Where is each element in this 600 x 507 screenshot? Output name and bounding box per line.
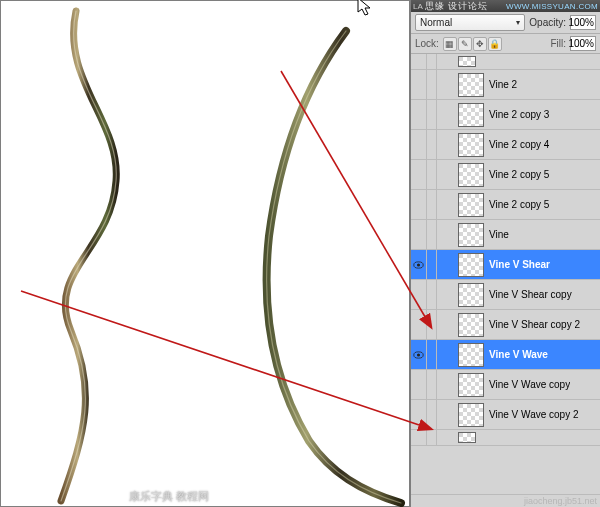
layer-row[interactable]: Vine 2 copy 5 — [411, 190, 600, 220]
visibility-toggle[interactable] — [411, 340, 427, 369]
watermark: WWW.MISSYUAN.COM — [506, 2, 598, 11]
svg-point-5 — [417, 353, 420, 356]
link-column — [427, 220, 437, 249]
blend-mode-value: Normal — [420, 17, 452, 28]
layer-row[interactable]: Vine 2 — [411, 70, 600, 100]
chevron-down-icon: ▾ — [516, 18, 520, 27]
link-column — [427, 70, 437, 99]
visibility-toggle[interactable] — [411, 220, 427, 249]
layer-row[interactable]: Vine V Shear — [411, 250, 600, 280]
fill-label: Fill: — [550, 38, 566, 49]
layer-thumbnail[interactable] — [458, 223, 484, 247]
layer-name-label[interactable]: Vine 2 copy 5 — [489, 169, 549, 180]
link-column — [427, 100, 437, 129]
link-column — [427, 370, 437, 399]
visibility-toggle[interactable] — [411, 370, 427, 399]
layer-name-label[interactable]: Vine V Shear copy 2 — [489, 319, 580, 330]
link-column — [427, 54, 437, 69]
lock-label: Lock: — [415, 38, 439, 49]
layer-row[interactable]: Vine V Shear copy 2 — [411, 310, 600, 340]
blend-mode-select[interactable]: Normal ▾ — [415, 14, 525, 31]
layer-row[interactable] — [411, 430, 600, 446]
layer-name-label[interactable]: Vine 2 — [489, 79, 517, 90]
layer-name-label[interactable]: Vine 2 copy 3 — [489, 109, 549, 120]
link-column — [427, 340, 437, 369]
opacity-input[interactable]: 100% — [570, 15, 596, 30]
fill-input[interactable]: 100% — [570, 36, 596, 51]
layer-row[interactable]: Vine 2 copy 3 — [411, 100, 600, 130]
canvas-art — [1, 1, 411, 507]
lock-all-icon[interactable]: 🔒 — [488, 37, 502, 51]
visibility-toggle[interactable] — [411, 190, 427, 219]
layer-thumbnail[interactable] — [458, 313, 484, 337]
visibility-toggle[interactable] — [411, 400, 427, 429]
link-column — [427, 190, 437, 219]
layer-name-label[interactable]: Vine V Wave — [489, 349, 548, 360]
visibility-toggle[interactable] — [411, 310, 427, 339]
lock-transparency-icon[interactable]: ▦ — [443, 37, 457, 51]
layer-row[interactable]: Vine — [411, 220, 600, 250]
layer-thumbnail[interactable] — [458, 163, 484, 187]
credit-overlay: 康乐字典 教程网 — [129, 489, 209, 504]
link-column — [427, 430, 437, 445]
visibility-toggle[interactable] — [411, 250, 427, 279]
link-column — [427, 400, 437, 429]
visibility-toggle[interactable] — [411, 430, 427, 445]
layer-thumbnail[interactable] — [458, 432, 476, 443]
visibility-toggle[interactable] — [411, 160, 427, 189]
mouse-cursor — [357, 0, 375, 19]
layer-thumbnail[interactable] — [458, 73, 484, 97]
layer-row[interactable]: Vine V Wave copy — [411, 370, 600, 400]
layer-thumbnail[interactable] — [458, 373, 484, 397]
link-column — [427, 310, 437, 339]
layer-name-label[interactable]: Vine 2 copy 4 — [489, 139, 549, 150]
svg-line-1 — [281, 71, 431, 327]
layers-panel: LA 思缘 设计论坛 WWW.MISSYUAN.COM Normal ▾ Opa… — [410, 0, 600, 507]
lock-pixels-icon[interactable]: ✎ — [458, 37, 472, 51]
lock-buttons: ▦ ✎ ✥ 🔒 — [443, 37, 502, 51]
link-column — [427, 280, 437, 309]
layer-row[interactable]: Vine 2 copy 5 — [411, 160, 600, 190]
panel-title: 思缘 设计论坛 — [425, 0, 489, 13]
panel-header: LA 思缘 设计论坛 WWW.MISSYUAN.COM — [411, 0, 600, 12]
link-column — [427, 160, 437, 189]
visibility-toggle[interactable] — [411, 54, 427, 69]
visibility-toggle[interactable] — [411, 130, 427, 159]
layer-name-label[interactable]: Vine V Shear copy — [489, 289, 572, 300]
layer-name-label[interactable]: Vine V Wave copy — [489, 379, 570, 390]
app-root: 康乐字典 教程网 LA 思缘 设计论坛 WWW.MISSYUAN.COM Nor… — [0, 0, 600, 507]
layer-thumbnail[interactable] — [458, 103, 484, 127]
layer-thumbnail[interactable] — [458, 403, 484, 427]
layer-row[interactable]: Vine V Wave copy 2 — [411, 400, 600, 430]
layer-thumbnail[interactable] — [458, 56, 476, 67]
blend-opacity-row: Normal ▾ Opacity: 100% — [411, 12, 600, 34]
eye-icon — [413, 351, 424, 359]
svg-line-0 — [21, 291, 431, 429]
svg-point-3 — [417, 263, 420, 266]
layer-name-label[interactable]: Vine V Wave copy 2 — [489, 409, 579, 420]
lock-fill-row: Lock: ▦ ✎ ✥ 🔒 Fill: 100% — [411, 34, 600, 54]
visibility-toggle[interactable] — [411, 280, 427, 309]
layer-row[interactable]: Vine V Shear copy — [411, 280, 600, 310]
footer-url: jiaocheng.jb51.net — [411, 494, 600, 507]
layer-row[interactable] — [411, 54, 600, 70]
visibility-toggle[interactable] — [411, 100, 427, 129]
layer-thumbnail[interactable] — [458, 283, 484, 307]
layer-thumbnail[interactable] — [458, 133, 484, 157]
document-canvas[interactable]: 康乐字典 教程网 — [0, 0, 410, 507]
link-column — [427, 130, 437, 159]
layer-row[interactable]: Vine 2 copy 4 — [411, 130, 600, 160]
lock-position-icon[interactable]: ✥ — [473, 37, 487, 51]
layer-name-label[interactable]: Vine — [489, 229, 509, 240]
layer-row[interactable]: Vine V Wave — [411, 340, 600, 370]
layer-thumbnail[interactable] — [458, 253, 484, 277]
layers-list[interactable]: Vine 2Vine 2 copy 3Vine 2 copy 4Vine 2 c… — [411, 54, 600, 494]
layer-thumbnail[interactable] — [458, 343, 484, 367]
layer-name-label[interactable]: Vine 2 copy 5 — [489, 199, 549, 210]
opacity-label: Opacity: — [529, 17, 566, 28]
layer-thumbnail[interactable] — [458, 193, 484, 217]
panel-tab-label[interactable]: LA — [413, 2, 423, 11]
link-column — [427, 250, 437, 279]
layer-name-label[interactable]: Vine V Shear — [489, 259, 550, 270]
visibility-toggle[interactable] — [411, 70, 427, 99]
